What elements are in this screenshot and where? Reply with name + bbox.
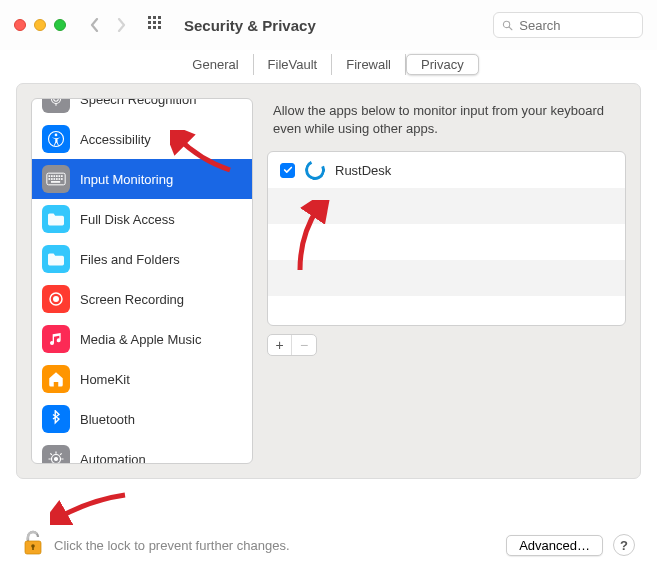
pane-description: Allow the apps below to monitor input fr… xyxy=(273,102,620,137)
folder-icon xyxy=(42,245,70,273)
sidebar-item-media-apple-music[interactable]: Media & Apple Music xyxy=(32,319,252,359)
window-controls xyxy=(14,19,66,31)
record-icon xyxy=(42,285,70,313)
svg-rect-27 xyxy=(61,178,63,180)
sidebar-item-bluetooth[interactable]: Bluetooth xyxy=(32,399,252,439)
svg-rect-20 xyxy=(59,175,61,177)
automation-icon xyxy=(42,445,70,463)
tab-privacy[interactable]: Privacy xyxy=(406,54,479,75)
svg-rect-3 xyxy=(148,21,151,24)
sidebar-item-accessibility[interactable]: Accessibility xyxy=(32,119,252,159)
svg-rect-18 xyxy=(54,175,56,177)
sidebar-item-label: Accessibility xyxy=(80,132,151,147)
app-checkbox[interactable] xyxy=(280,163,295,178)
music-icon xyxy=(42,325,70,353)
home-icon xyxy=(42,365,70,393)
svg-rect-11 xyxy=(54,99,59,101)
history-nav xyxy=(86,16,130,34)
tab-firewall[interactable]: Firewall xyxy=(332,54,406,75)
sidebar-item-label: Files and Folders xyxy=(80,252,180,267)
back-button[interactable] xyxy=(86,16,104,34)
app-name: RustDesk xyxy=(335,163,391,178)
tab-filevault[interactable]: FileVault xyxy=(254,54,333,75)
svg-rect-2 xyxy=(158,16,161,19)
app-icon xyxy=(302,157,328,183)
app-row-empty xyxy=(268,224,625,260)
app-row-rustdesk[interactable]: RustDesk xyxy=(268,152,625,188)
svg-rect-25 xyxy=(56,178,58,180)
svg-rect-1 xyxy=(153,16,156,19)
svg-rect-28 xyxy=(51,181,60,183)
search-field[interactable] xyxy=(493,12,643,38)
main-panel: Speech RecognitionAccessibilityInput Mon… xyxy=(16,83,641,479)
speech-icon xyxy=(42,99,70,113)
minimize-window-button[interactable] xyxy=(34,19,46,31)
svg-rect-23 xyxy=(51,178,53,180)
accessibility-icon xyxy=(42,125,70,153)
privacy-sidebar: Speech RecognitionAccessibilityInput Mon… xyxy=(31,98,253,464)
svg-rect-4 xyxy=(153,21,156,24)
sidebar-item-label: Automation xyxy=(80,452,146,464)
svg-rect-6 xyxy=(148,26,151,29)
keyboard-icon xyxy=(42,165,70,193)
sidebar-item-homekit[interactable]: HomeKit xyxy=(32,359,252,399)
lock-button[interactable] xyxy=(22,530,44,556)
remove-button[interactable]: − xyxy=(292,335,316,355)
svg-rect-22 xyxy=(49,178,51,180)
app-row-empty xyxy=(268,260,625,296)
svg-rect-5 xyxy=(158,21,161,24)
lock-text: Click the lock to prevent further change… xyxy=(54,538,496,553)
svg-rect-26 xyxy=(59,178,61,180)
right-pane: Allow the apps below to monitor input fr… xyxy=(267,98,626,464)
tab-general[interactable]: General xyxy=(178,54,253,75)
svg-rect-7 xyxy=(153,26,156,29)
sidebar-item-input-monitoring[interactable]: Input Monitoring xyxy=(32,159,252,199)
search-icon xyxy=(502,19,513,32)
svg-point-30 xyxy=(53,296,59,302)
svg-rect-21 xyxy=(61,175,63,177)
add-remove-control: + − xyxy=(267,334,317,356)
folder-icon xyxy=(42,205,70,233)
sidebar-item-label: Bluetooth xyxy=(80,412,135,427)
svg-rect-17 xyxy=(51,175,53,177)
sidebar-item-label: Media & Apple Music xyxy=(80,332,201,347)
close-window-button[interactable] xyxy=(14,19,26,31)
svg-rect-35 xyxy=(32,546,34,550)
app-list[interactable]: RustDesk xyxy=(267,151,626,326)
svg-rect-24 xyxy=(54,178,56,180)
bluetooth-icon xyxy=(42,405,70,433)
sidebar-item-label: Screen Recording xyxy=(80,292,184,307)
svg-point-32 xyxy=(55,458,58,461)
all-prefs-button[interactable] xyxy=(148,16,166,34)
zoom-window-button[interactable] xyxy=(54,19,66,31)
footer: Click the lock to prevent further change… xyxy=(0,502,657,574)
sidebar-item-automation[interactable]: Automation xyxy=(32,439,252,463)
advanced-button[interactable]: Advanced… xyxy=(506,535,603,556)
search-input[interactable] xyxy=(519,18,634,33)
sidebar-item-speech-recognition[interactable]: Speech Recognition xyxy=(32,99,252,119)
add-button[interactable]: + xyxy=(268,335,292,355)
svg-point-14 xyxy=(55,134,58,137)
sidebar-item-files-and-folders[interactable]: Files and Folders xyxy=(32,239,252,279)
sidebar-item-label: Speech Recognition xyxy=(80,99,196,107)
svg-line-10 xyxy=(509,27,512,30)
app-row-empty xyxy=(268,188,625,224)
forward-button[interactable] xyxy=(112,16,130,34)
svg-rect-19 xyxy=(56,175,58,177)
app-row-empty xyxy=(268,296,625,326)
titlebar: Security & Privacy xyxy=(0,0,657,50)
sidebar-item-full-disk-access[interactable]: Full Disk Access xyxy=(32,199,252,239)
svg-rect-16 xyxy=(49,175,51,177)
sidebar-item-label: HomeKit xyxy=(80,372,130,387)
sidebar-item-label: Input Monitoring xyxy=(80,172,173,187)
tab-bar: GeneralFileVaultFirewallPrivacy xyxy=(0,50,657,83)
window-title: Security & Privacy xyxy=(184,17,316,34)
sidebar-item-screen-recording[interactable]: Screen Recording xyxy=(32,279,252,319)
help-button[interactable]: ? xyxy=(613,534,635,556)
svg-rect-8 xyxy=(158,26,161,29)
sidebar-list[interactable]: Speech RecognitionAccessibilityInput Mon… xyxy=(32,99,252,463)
sidebar-item-label: Full Disk Access xyxy=(80,212,175,227)
svg-rect-0 xyxy=(148,16,151,19)
